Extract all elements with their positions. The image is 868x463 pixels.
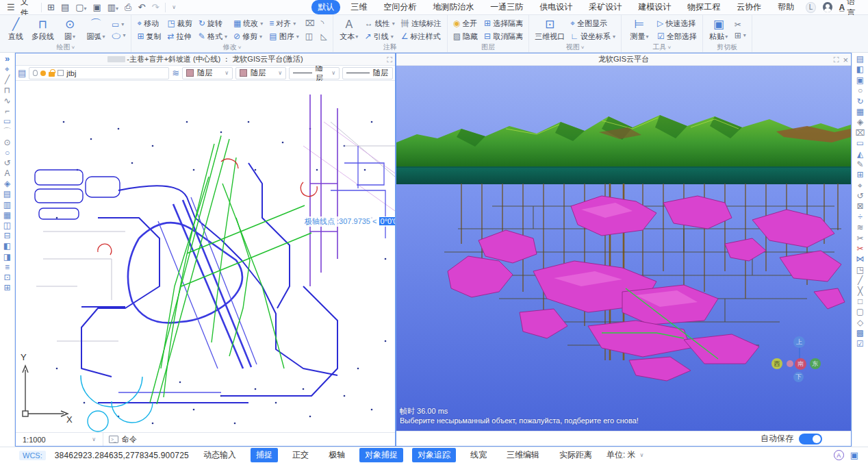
quick-select-icon[interactable]: ⊡ xyxy=(3,273,10,281)
line-icon[interactable]: ╱ xyxy=(5,75,10,84)
tab-cloud-collab[interactable]: 云协作 xyxy=(730,0,767,14)
clip-button[interactable]: ◳裁剪 xyxy=(168,18,192,29)
close-icon[interactable]: × xyxy=(843,55,848,65)
quick-select-button[interactable]: ▷快速选择 xyxy=(657,18,697,29)
maximize-icon[interactable]: ⛶ xyxy=(387,55,392,64)
navigation-gizmo[interactable]: 上 下 西 南 东 xyxy=(767,332,833,398)
snap-point-icon[interactable]: ⌖ xyxy=(5,65,10,73)
align-right-icon[interactable]: ▥ xyxy=(3,201,11,209)
toggle-lineweight[interactable]: 线宽 xyxy=(465,448,492,462)
node-edit-icon[interactable]: ⋈ xyxy=(856,255,865,263)
distribute-horizontal-icon[interactable]: ◫ xyxy=(3,221,11,229)
delete-button[interactable]: ⌧ xyxy=(305,18,315,29)
explode-button[interactable]: ◫ xyxy=(305,31,315,42)
isolate-selection-button[interactable]: ⊞选择隔离 xyxy=(484,18,523,29)
polyline-button[interactable]: ⊓多段线 xyxy=(31,17,54,42)
linear-dim-button[interactable]: ↔线性▾ xyxy=(365,18,395,29)
arc-button[interactable]: ⌒圆弧▾ xyxy=(86,17,106,42)
redo-icon[interactable]: ↷ xyxy=(151,3,159,12)
open-file-icon[interactable]: ▢▾ xyxy=(75,3,86,12)
stamp-icon[interactable]: ✎ xyxy=(856,160,863,168)
polygon-icon[interactable]: ⌐ xyxy=(5,107,10,115)
equal-spacing-icon[interactable]: ≡ xyxy=(5,263,10,271)
align-center-icon[interactable]: ▦ xyxy=(3,211,11,219)
circle-icon[interactable]: ⊙ xyxy=(3,138,10,147)
solid-cube-icon[interactable]: ◇ xyxy=(857,318,863,327)
continue-dim-button[interactable]: 卌连续标注 xyxy=(401,18,442,29)
grid-fill-icon[interactable]: ▩ xyxy=(856,329,864,337)
undo-icon[interactable]: ↶ xyxy=(138,3,146,12)
toggle-ortho[interactable]: 正交 xyxy=(287,448,314,462)
group-label-tool[interactable]: 工具˅ xyxy=(627,42,697,52)
tab-power-design[interactable]: 供电设计 xyxy=(533,0,578,14)
gizmo-down[interactable]: 下 xyxy=(793,372,804,382)
line-button[interactable]: ╱直线 xyxy=(5,17,26,42)
block-palette-icon[interactable]: ⊞ xyxy=(856,171,863,179)
scale-dropdown[interactable]: 1:1000∨ xyxy=(16,433,103,446)
trim-button[interactable]: ⊘修剪▾ xyxy=(233,31,263,42)
select-region-icon[interactable]: ▣ xyxy=(856,76,864,84)
panel-2d-titlebar[interactable]: -主巷+盲井+斜坡道 (中心线) ： 龙软GIS云平台(激活) ⛶ xyxy=(16,53,395,66)
rectangle-icon[interactable]: ▭ xyxy=(3,117,11,125)
image-settings-icon[interactable]: ◧ xyxy=(856,65,864,73)
move-icon[interactable]: ⌖ xyxy=(858,182,863,190)
copy-icon[interactable]: ⊠ xyxy=(856,202,863,210)
save-icon[interactable]: ▣ xyxy=(92,3,101,12)
rotate-icon[interactable]: ↺ xyxy=(856,192,863,200)
user-account-icon[interactable] xyxy=(823,2,832,12)
layer-lock-icon[interactable] xyxy=(49,72,55,77)
edit-attr-icon[interactable]: ☑ xyxy=(856,340,864,348)
gizmo-up[interactable]: 上 xyxy=(793,336,805,348)
new-file-icon[interactable]: ⊞ xyxy=(47,3,55,12)
group-label-view[interactable]: 视图˅ xyxy=(535,42,615,52)
autosave-toggle[interactable] xyxy=(799,434,822,445)
circle-button[interactable]: ⊙圆▾ xyxy=(60,17,80,42)
gizmo-south[interactable]: 南 xyxy=(795,358,806,370)
layer-on-icon[interactable] xyxy=(33,70,38,76)
paste-button[interactable]: ▣粘贴▾ xyxy=(709,17,729,42)
offset-icon[interactable]: ÷ xyxy=(858,213,863,221)
text-icon[interactable]: A xyxy=(4,169,10,177)
tab-modeling-design[interactable]: 建模设计 xyxy=(632,0,677,14)
rectangle-tool-icon[interactable]: ▭ xyxy=(856,139,864,147)
mirror-icon[interactable]: ◭ xyxy=(857,150,863,158)
group-label-modify[interactable]: 修改˅ xyxy=(137,42,327,52)
toggle-snap[interactable]: 捕捉 xyxy=(251,448,278,462)
unisolate-button[interactable]: ⊟取消隔离 xyxy=(484,31,523,42)
view-cube-icon[interactable]: ◈ xyxy=(857,118,863,126)
tab-ventilation[interactable]: 一通三防 xyxy=(484,0,529,14)
zoom-extents-button[interactable]: ⌖全图显示 xyxy=(570,18,615,29)
avatar[interactable]: L xyxy=(806,2,816,13)
gizmo-east[interactable]: 东 xyxy=(810,358,821,369)
maximize-icon[interactable]: ⛶ xyxy=(834,55,839,64)
map-sheet-icon[interactable]: ▦ xyxy=(856,108,864,116)
chamfer-button[interactable]: ◺ xyxy=(320,31,327,42)
toggle-polar[interactable]: 极轴 xyxy=(323,448,350,462)
cut-red-icon[interactable]: ✂ xyxy=(856,245,863,253)
revision-cloud-icon[interactable]: ↺ xyxy=(3,159,10,167)
paste-special-icon[interactable]: □ xyxy=(858,297,863,305)
panel-3d-titlebar[interactable]: 龙软GIS云平台 ⛶× xyxy=(396,53,851,66)
polyline-icon[interactable]: ⊓ xyxy=(4,86,10,95)
distribute-vertical-icon[interactable]: ⊟ xyxy=(3,232,10,240)
new-from-template-icon[interactable]: ▤ xyxy=(61,3,69,12)
print-icon[interactable]: ⎙ xyxy=(125,3,131,12)
align-button[interactable]: ≡对齐▾ xyxy=(269,18,298,29)
customize-toolbar-icon[interactable]: ∨ xyxy=(172,4,176,10)
text-button[interactable]: A文本▾ xyxy=(339,17,359,42)
trash-icon[interactable]: ⌧ xyxy=(856,129,865,137)
batch-edit-button[interactable]: ▦统改▾ xyxy=(233,18,263,29)
viewport-3d-button[interactable]: ⊡三维视口 xyxy=(535,17,565,42)
toggle-dynamic-input[interactable]: 动态输入 xyxy=(198,448,242,462)
copy-button[interactable]: ⊞复制 xyxy=(137,31,161,42)
notes-icon[interactable]: ▤ xyxy=(856,55,864,63)
draw-order-button[interactable]: ▤图序▾ xyxy=(269,31,298,42)
tab-default[interactable]: 默认 xyxy=(311,0,340,14)
tab-survey-water[interactable]: 地测防治水 xyxy=(426,0,480,14)
tab-3d[interactable]: 三维 xyxy=(344,0,373,14)
copy-to-clipboard-button[interactable]: ⊞▾ xyxy=(735,32,746,40)
lineweight-dropdown[interactable]: 随层 xyxy=(342,67,393,79)
tab-geophysical[interactable]: 物探工程 xyxy=(681,0,726,14)
clipboard-status-icon[interactable]: ▣ xyxy=(850,450,858,460)
rotate-button[interactable]: ↻旋转 xyxy=(199,18,227,29)
